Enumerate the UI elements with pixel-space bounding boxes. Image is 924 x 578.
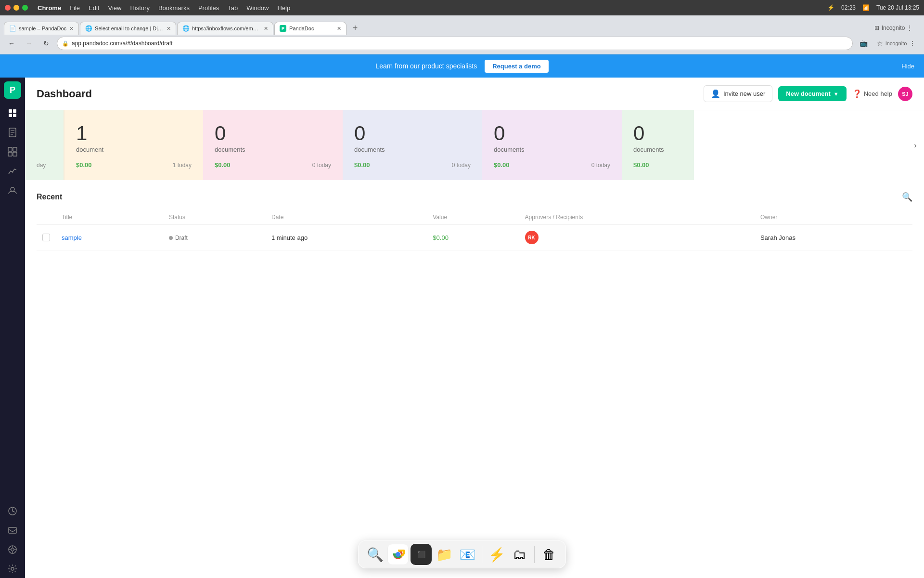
stat-value-3: $0.00 xyxy=(354,161,370,169)
browser-tab-4[interactable]: P PandaDoc ✕ xyxy=(274,22,346,35)
row-value-cell: $0.00 xyxy=(427,225,519,250)
account-icon[interactable]: Incognito xyxy=(889,37,903,50)
stat-number-3: 0 xyxy=(354,122,471,145)
menu-more-btn[interactable]: ⋮ xyxy=(903,21,916,35)
dock: 🔍 ⬛ 📁 📧 ⚡ 🗂 🗑 xyxy=(358,540,566,568)
sidebar-item-integrations[interactable] xyxy=(4,541,21,558)
dock-terminal[interactable]: ⬛ xyxy=(411,544,432,565)
table-row[interactable]: sample Draft 1 minute ago $0.00 xyxy=(37,225,912,250)
close-btn[interactable] xyxy=(5,5,11,11)
new-tab-button[interactable]: + xyxy=(348,21,362,35)
titlebar-right: ⚡ 02:23 📶 Tue 20 Jul 13:25 xyxy=(827,4,919,11)
dock-app2[interactable]: 🗂 xyxy=(509,544,530,565)
document-title[interactable]: sample xyxy=(62,234,82,241)
stat-card-3[interactable]: 0 documents $0.00 0 today xyxy=(343,110,482,180)
stat-today-4: 0 today xyxy=(591,162,610,169)
scroll-right-button[interactable]: › xyxy=(909,139,922,152)
maximize-btn[interactable] xyxy=(22,5,28,11)
browser-tab-2[interactable]: 🌐 Select email to change | Djang... ✕ xyxy=(80,22,176,35)
menu-history[interactable]: History xyxy=(130,4,149,12)
sidebar-item-contacts[interactable] xyxy=(4,182,21,199)
browser-tab-3[interactable]: 🌐 https://inboxflows.com/emails/... ✕ xyxy=(177,22,273,35)
stat-card-4[interactable]: 0 documents $0.00 0 today xyxy=(482,110,622,180)
svg-rect-8 xyxy=(8,147,12,151)
browser-tab-1[interactable]: 📄 sample – PandaDoc ✕ xyxy=(4,22,79,35)
stat-label-1: document xyxy=(76,146,192,153)
documents-table: Title Status Date Value Approvers / Reci… xyxy=(37,210,912,250)
sidebar-item-templates[interactable] xyxy=(4,143,21,160)
address-bar[interactable]: 🔒 app.pandadoc.com/a/#/dashboard/draft xyxy=(57,37,853,50)
stat-card-0[interactable]: day xyxy=(25,110,64,180)
profile-btn[interactable]: Incognito xyxy=(886,21,900,35)
forward-button[interactable]: → xyxy=(22,37,36,50)
minimize-btn[interactable] xyxy=(13,5,19,11)
pandadoc-logo[interactable]: P xyxy=(4,81,21,99)
stat-card-5[interactable]: 0 documents $0.00 xyxy=(622,110,694,180)
tab-close-4[interactable]: ✕ xyxy=(337,26,341,32)
sidebar-item-dashboard[interactable] xyxy=(4,105,21,122)
tab-close-2[interactable]: ✕ xyxy=(167,26,171,32)
tab-title-2: Select email to change | Djang... xyxy=(95,26,164,31)
menu-profiles[interactable]: Profiles xyxy=(198,4,219,12)
dock-separator xyxy=(482,546,482,563)
dashboard-header: Dashboard 👤 Invite new user New document… xyxy=(25,78,924,110)
dock-mail[interactable]: 📧 xyxy=(457,544,478,565)
hide-banner-button[interactable]: Hide xyxy=(901,63,914,70)
status-column-header: Status xyxy=(163,210,266,225)
row-owner-cell: Sarah Jonas xyxy=(755,225,912,250)
stat-card-2[interactable]: 0 documents $0.00 0 today xyxy=(203,110,343,180)
dock-finder[interactable]: 🔍 xyxy=(364,544,385,565)
menu-tab[interactable]: Tab xyxy=(228,4,238,12)
menu-bookmarks[interactable]: Bookmarks xyxy=(158,4,190,12)
back-button[interactable]: ← xyxy=(5,37,18,50)
row-checkbox[interactable] xyxy=(42,234,50,241)
cast-icon[interactable]: 📺 xyxy=(857,37,870,50)
bookmark-icon[interactable]: ☆ xyxy=(873,37,886,50)
svg-rect-10 xyxy=(8,152,12,156)
sidebar-item-documents[interactable] xyxy=(4,124,21,141)
tab-close-1[interactable]: ✕ xyxy=(69,26,74,32)
dock-files[interactable]: 📁 xyxy=(434,544,455,565)
table-header: Title Status Date Value Approvers / Reci… xyxy=(37,210,912,225)
menu-window[interactable]: Window xyxy=(246,4,269,12)
row-status-cell: Draft xyxy=(163,225,266,250)
approver-avatar[interactable]: RK xyxy=(525,231,539,244)
need-help-button[interactable]: ❓ Need help xyxy=(852,89,892,98)
approvers-column-header: Approvers / Recipients xyxy=(519,210,755,225)
sidebar-item-analytics[interactable] xyxy=(4,162,21,180)
sidebar-item-inbox[interactable] xyxy=(4,522,21,539)
stat-footer-3: $0.00 0 today xyxy=(354,161,471,169)
stat-value-4: $0.00 xyxy=(494,161,510,169)
traffic-lights[interactable] xyxy=(5,5,28,11)
stat-footer-2: $0.00 0 today xyxy=(215,161,331,169)
dock-app1[interactable]: ⚡ xyxy=(486,544,507,565)
stat-card-1[interactable]: 1 document $0.00 1 today xyxy=(64,110,203,180)
menu-file[interactable]: File xyxy=(70,4,80,12)
search-button[interactable]: 🔍 xyxy=(902,192,912,202)
user-avatar[interactable]: SJ xyxy=(898,87,912,101)
dock-chrome[interactable] xyxy=(387,544,409,565)
document-owner: Sarah Jonas xyxy=(760,234,796,241)
svg-point-12 xyxy=(12,171,13,173)
menu-edit[interactable]: Edit xyxy=(89,4,99,12)
url-text: app.pandadoc.com/a/#/dashboard/draft xyxy=(72,40,847,47)
app-container: P xyxy=(0,78,924,578)
tab-close-3[interactable]: ✕ xyxy=(264,26,268,32)
request-demo-button[interactable]: Request a demo xyxy=(485,60,548,73)
sidebar-item-clock[interactable] xyxy=(4,502,21,520)
table-body: sample Draft 1 minute ago $0.00 xyxy=(37,225,912,250)
dock-trash[interactable]: 🗑 xyxy=(539,544,560,565)
checkbox-column-header xyxy=(37,210,56,225)
reload-button[interactable]: ↻ xyxy=(39,37,53,50)
sidebar-item-settings[interactable] xyxy=(4,560,21,578)
new-document-button[interactable]: New document ▼ xyxy=(778,86,846,101)
menu-help[interactable]: Help xyxy=(278,4,291,12)
more-btn[interactable]: ⋮ xyxy=(906,37,919,50)
invite-user-button[interactable]: 👤 Invite new user xyxy=(704,85,772,102)
stat-value-1: $0.00 xyxy=(76,161,92,169)
menu-chrome[interactable]: Chrome xyxy=(38,4,61,12)
row-title-cell: sample xyxy=(56,225,163,250)
stat-today-2: 0 today xyxy=(312,162,331,169)
battery-time: 02:23 xyxy=(841,4,856,11)
menu-view[interactable]: View xyxy=(108,4,121,12)
